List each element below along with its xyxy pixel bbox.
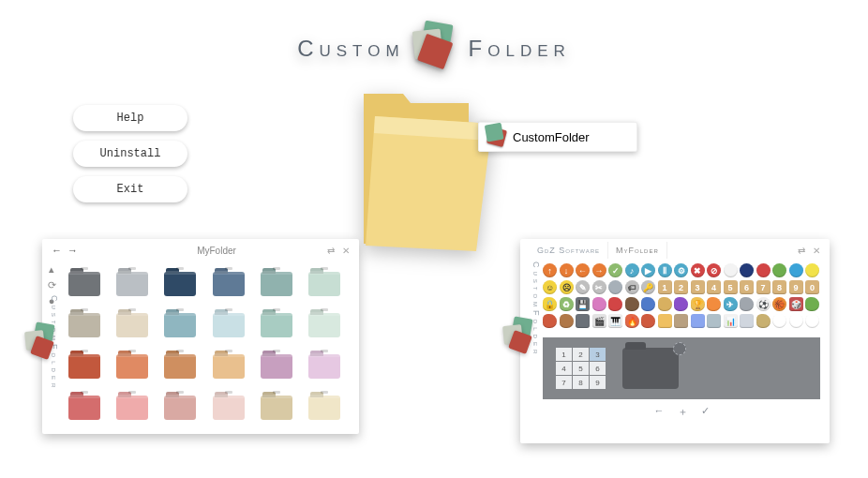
emblem-swatch[interactable]: ☺ [543, 280, 557, 294]
emblem-swatch[interactable]: ✓ [608, 263, 622, 277]
help-button[interactable]: Help [73, 105, 187, 131]
emblem-swatch[interactable]: ☹ [560, 280, 574, 294]
keypad-cell[interactable]: 2 [573, 348, 589, 361]
emblem-swatch[interactable] [658, 297, 672, 311]
folder-color-swatch[interactable] [209, 348, 247, 385]
keypad-cell[interactable]: 6 [590, 362, 606, 375]
emblem-swatch[interactable]: → [592, 263, 606, 277]
emblem-swatch[interactable]: ♪ [625, 263, 639, 277]
folder-color-swatch[interactable] [161, 348, 200, 385]
emblem-swatch[interactable] [707, 314, 721, 328]
keypad-cell[interactable]: 4 [556, 362, 572, 375]
keypad-cell[interactable]: 9 [590, 376, 606, 389]
folder-color-swatch[interactable] [306, 389, 344, 426]
close-icon[interactable]: ✕ [813, 246, 820, 256]
confirm-icon[interactable]: ✓ [701, 405, 710, 419]
emblem-swatch[interactable] [674, 314, 688, 328]
emblem-swatch[interactable]: 8 [772, 280, 786, 294]
prev-icon[interactable]: ← [654, 405, 665, 419]
emblem-swatch[interactable]: 🔥 [625, 314, 639, 328]
emblem-swatch[interactable]: 1 [658, 280, 672, 294]
emblem-swatch[interactable] [789, 314, 803, 328]
emblem-swatch[interactable]: 🏆 [691, 297, 705, 311]
emblem-tab[interactable]: GdZ Software [530, 242, 608, 259]
emblem-swatch[interactable]: ⊘ [707, 263, 721, 277]
emblem-swatch[interactable]: 📊 [724, 314, 738, 328]
emblem-swatch[interactable]: ✖ [691, 263, 705, 277]
emblem-swatch[interactable]: 🏷 [625, 280, 639, 294]
emblem-swatch[interactable] [674, 297, 688, 311]
emblem-swatch[interactable] [658, 314, 672, 328]
emblem-swatch[interactable]: ✈ [724, 297, 738, 311]
folder-color-swatch[interactable] [65, 265, 103, 303]
context-menu-item[interactable]: CustomFolder [478, 122, 637, 152]
emblem-swatch[interactable] [592, 297, 606, 311]
folder-color-swatch[interactable] [306, 348, 344, 385]
emblem-swatch[interactable]: 🏀 [772, 297, 786, 311]
folder-color-swatch[interactable] [112, 389, 151, 426]
shuffle-icon[interactable]: ⇄ [798, 246, 805, 256]
emblem-swatch[interactable]: 0 [805, 280, 819, 294]
emblem-swatch[interactable] [805, 263, 819, 277]
emblem-swatch[interactable] [608, 280, 622, 294]
folder-color-swatch[interactable] [257, 389, 295, 426]
emblem-swatch[interactable] [625, 297, 639, 311]
folder-color-swatch[interactable] [306, 265, 344, 303]
emblem-swatch[interactable]: ▶ [641, 263, 655, 277]
collapse-up-icon[interactable]: ▴ [49, 263, 54, 276]
emblem-swatch[interactable] [805, 297, 819, 311]
emblem-swatch[interactable] [641, 297, 655, 311]
emblem-swatch[interactable]: 5 [724, 280, 738, 294]
emblem-swatch[interactable]: 9 [789, 280, 803, 294]
emblem-swatch[interactable] [756, 314, 771, 328]
folder-color-swatch[interactable] [161, 306, 200, 344]
folder-color-swatch[interactable] [209, 306, 247, 344]
folder-color-swatch[interactable] [112, 306, 151, 344]
emblem-swatch[interactable] [740, 297, 754, 311]
emblem-swatch[interactable]: ↑ [543, 263, 557, 277]
keypad-cell[interactable]: 8 [573, 376, 589, 389]
emblem-swatch[interactable]: ⚽ [756, 297, 771, 311]
folder-color-swatch[interactable] [112, 265, 151, 303]
emblem-tab[interactable]: MyFolder [608, 242, 667, 259]
emblem-swatch[interactable] [740, 314, 754, 328]
emblem-swatch[interactable]: ✎ [576, 280, 590, 294]
emblem-swatch[interactable] [740, 263, 754, 277]
folder-color-swatch[interactable] [161, 265, 200, 303]
folder-color-swatch[interactable] [257, 306, 295, 344]
emblem-swatch[interactable]: Ⅱ [658, 263, 672, 277]
emblem-swatch[interactable] [805, 314, 819, 328]
close-icon[interactable]: ✕ [342, 246, 350, 256]
add-icon[interactable]: ＋ [678, 405, 688, 419]
emblem-swatch[interactable] [691, 314, 705, 328]
emblem-swatch[interactable]: ✂ [592, 280, 606, 294]
emblem-swatch[interactable]: 6 [740, 280, 754, 294]
emblem-swatch[interactable] [560, 314, 574, 328]
folder-color-swatch[interactable] [257, 348, 295, 385]
emblem-swatch[interactable] [707, 297, 721, 311]
uninstall-button[interactable]: Uninstall [73, 141, 187, 167]
emblem-swatch[interactable]: 🎬 [592, 314, 606, 328]
emblem-swatch[interactable] [772, 314, 786, 328]
folder-color-swatch[interactable] [209, 389, 247, 426]
folder-color-swatch[interactable] [209, 265, 247, 303]
emblem-swatch[interactable] [576, 314, 590, 328]
refresh-icon[interactable]: ⟳ [48, 279, 56, 291]
keypad-cell[interactable]: 5 [573, 362, 589, 375]
emblem-swatch[interactable]: 2 [674, 280, 688, 294]
emblem-swatch[interactable]: 3 [691, 280, 705, 294]
keypad-cell[interactable]: 1 [556, 348, 572, 361]
emblem-swatch[interactable]: 🎲 [789, 297, 803, 311]
emblem-swatch[interactable]: 4 [707, 280, 721, 294]
folder-color-swatch[interactable] [257, 265, 295, 303]
nav-forward-icon[interactable]: → [67, 245, 78, 256]
emblem-swatch[interactable] [772, 263, 786, 277]
emblem-swatch[interactable] [789, 263, 803, 277]
folder-color-swatch[interactable] [112, 348, 151, 385]
emblem-swatch[interactable]: 🔒 [543, 297, 557, 311]
emblem-swatch[interactable] [724, 263, 738, 277]
emblem-swatch[interactable] [641, 314, 655, 328]
emblem-swatch[interactable]: ♻ [560, 297, 574, 311]
emblem-swatch[interactable] [756, 263, 771, 277]
keypad-cell[interactable]: 3 [590, 348, 606, 361]
